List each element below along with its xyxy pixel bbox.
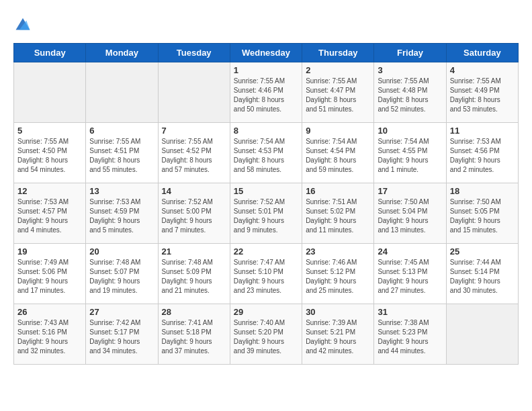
weekday-header-wednesday: Wednesday [230,44,302,62]
weekday-header-saturday: Saturday [446,44,518,62]
calendar-cell: 9Sunrise: 7:54 AM Sunset: 4:54 PM Daylig… [302,123,374,183]
calendar-week-5: 26Sunrise: 7:43 AM Sunset: 5:16 PM Dayli… [14,304,519,365]
day-info: Sunrise: 7:53 AM Sunset: 4:56 PM Dayligh… [450,137,515,175]
day-info: Sunrise: 7:54 AM Sunset: 4:53 PM Dayligh… [234,137,298,175]
calendar-cell: 1Sunrise: 7:55 AM Sunset: 4:46 PM Daylig… [230,62,302,123]
day-number: 28 [162,307,226,317]
day-number: 15 [234,186,298,196]
day-info: Sunrise: 7:55 AM Sunset: 4:48 PM Dayligh… [378,77,442,114]
day-info: Sunrise: 7:44 AM Sunset: 5:14 PM Dayligh… [450,258,515,295]
day-info: Sunrise: 7:51 AM Sunset: 5:02 PM Dayligh… [306,197,370,235]
weekday-header-friday: Friday [374,44,446,62]
calendar-cell: 10Sunrise: 7:54 AM Sunset: 4:55 PM Dayli… [374,123,446,183]
day-number: 23 [306,246,370,257]
day-number: 18 [450,186,515,196]
day-info: Sunrise: 7:55 AM Sunset: 4:47 PM Dayligh… [306,77,370,114]
day-info: Sunrise: 7:53 AM Sunset: 4:59 PM Dayligh… [89,197,154,235]
calendar-cell: 19Sunrise: 7:49 AM Sunset: 5:06 PM Dayli… [14,244,86,304]
day-number: 5 [17,126,82,136]
day-number: 3 [378,65,442,75]
day-info: Sunrise: 7:50 AM Sunset: 5:05 PM Dayligh… [450,197,515,235]
calendar-cell: 14Sunrise: 7:52 AM Sunset: 5:00 PM Dayli… [158,183,230,244]
day-info: Sunrise: 7:52 AM Sunset: 5:01 PM Dayligh… [234,197,298,235]
day-number: 1 [234,65,298,75]
day-number: 13 [89,186,154,196]
calendar-cell: 5Sunrise: 7:55 AM Sunset: 4:50 PM Daylig… [14,123,86,183]
calendar-week-4: 19Sunrise: 7:49 AM Sunset: 5:06 PM Dayli… [14,244,519,304]
day-number: 26 [17,307,82,317]
day-number: 27 [89,307,154,317]
calendar-cell: 31Sunrise: 7:38 AM Sunset: 5:23 PM Dayli… [374,304,446,365]
day-number: 31 [378,307,442,317]
day-info: Sunrise: 7:52 AM Sunset: 5:00 PM Dayligh… [162,197,226,235]
day-info: Sunrise: 7:39 AM Sunset: 5:21 PM Dayligh… [306,318,370,356]
weekday-header-tuesday: Tuesday [158,44,230,62]
calendar-cell: 25Sunrise: 7:44 AM Sunset: 5:14 PM Dayli… [446,244,518,304]
day-info: Sunrise: 7:55 AM Sunset: 4:51 PM Dayligh… [89,137,154,175]
day-info: Sunrise: 7:41 AM Sunset: 5:18 PM Dayligh… [162,318,226,356]
day-info: Sunrise: 7:54 AM Sunset: 4:55 PM Dayligh… [378,137,442,175]
logo-icon [13,13,32,32]
day-number: 6 [89,126,154,136]
day-number: 30 [306,307,370,317]
calendar-cell: 20Sunrise: 7:48 AM Sunset: 5:07 PM Dayli… [86,244,158,304]
calendar-body: 1Sunrise: 7:55 AM Sunset: 4:46 PM Daylig… [14,62,519,365]
calendar-cell: 16Sunrise: 7:51 AM Sunset: 5:02 PM Dayli… [302,183,374,244]
calendar-table: SundayMondayTuesdayWednesdayThursdayFrid… [13,43,519,365]
day-info: Sunrise: 7:48 AM Sunset: 5:09 PM Dayligh… [162,258,226,295]
calendar-cell: 24Sunrise: 7:45 AM Sunset: 5:13 PM Dayli… [374,244,446,304]
day-info: Sunrise: 7:40 AM Sunset: 5:20 PM Dayligh… [234,318,298,356]
calendar-cell: 15Sunrise: 7:52 AM Sunset: 5:01 PM Dayli… [230,183,302,244]
calendar-cell: 17Sunrise: 7:50 AM Sunset: 5:04 PM Dayli… [374,183,446,244]
day-number: 7 [162,126,226,136]
calendar-cell: 28Sunrise: 7:41 AM Sunset: 5:18 PM Dayli… [158,304,230,365]
day-info: Sunrise: 7:54 AM Sunset: 4:54 PM Dayligh… [306,137,370,175]
calendar-week-3: 12Sunrise: 7:53 AM Sunset: 4:57 PM Dayli… [14,183,519,244]
day-info: Sunrise: 7:48 AM Sunset: 5:07 PM Dayligh… [89,258,154,295]
calendar-cell: 6Sunrise: 7:55 AM Sunset: 4:51 PM Daylig… [86,123,158,183]
calendar-week-1: 1Sunrise: 7:55 AM Sunset: 4:46 PM Daylig… [14,62,519,123]
day-info: Sunrise: 7:47 AM Sunset: 5:10 PM Dayligh… [234,258,298,295]
day-info: Sunrise: 7:55 AM Sunset: 4:50 PM Dayligh… [17,137,82,175]
calendar-cell: 8Sunrise: 7:54 AM Sunset: 4:53 PM Daylig… [230,123,302,183]
calendar-cell: 29Sunrise: 7:40 AM Sunset: 5:20 PM Dayli… [230,304,302,365]
calendar-cell: 2Sunrise: 7:55 AM Sunset: 4:47 PM Daylig… [302,62,374,123]
day-info: Sunrise: 7:55 AM Sunset: 4:52 PM Dayligh… [162,137,226,175]
day-number: 29 [234,307,298,317]
day-number: 16 [306,186,370,196]
day-number: 25 [450,246,515,257]
page-header [13,13,519,32]
day-number: 14 [162,186,226,196]
weekday-header-monday: Monday [86,44,158,62]
day-number: 2 [306,65,370,75]
calendar-cell: 27Sunrise: 7:42 AM Sunset: 5:17 PM Dayli… [86,304,158,365]
day-number: 9 [306,126,370,136]
day-info: Sunrise: 7:46 AM Sunset: 5:12 PM Dayligh… [306,258,370,295]
day-number: 24 [378,246,442,257]
day-info: Sunrise: 7:55 AM Sunset: 4:46 PM Dayligh… [234,77,298,114]
day-number: 4 [450,65,515,75]
day-number: 19 [17,246,82,257]
weekday-row: SundayMondayTuesdayWednesdayThursdayFrid… [14,44,519,62]
calendar-cell: 4Sunrise: 7:55 AM Sunset: 4:49 PM Daylig… [446,62,518,123]
calendar-cell: 26Sunrise: 7:43 AM Sunset: 5:16 PM Dayli… [14,304,86,365]
calendar-cell: 3Sunrise: 7:55 AM Sunset: 4:48 PM Daylig… [374,62,446,123]
day-info: Sunrise: 7:49 AM Sunset: 5:06 PM Dayligh… [17,258,82,295]
calendar-header: SundayMondayTuesdayWednesdayThursdayFrid… [14,44,519,62]
day-number: 11 [450,126,515,136]
calendar-cell: 7Sunrise: 7:55 AM Sunset: 4:52 PM Daylig… [158,123,230,183]
calendar-cell [446,304,518,365]
day-number: 12 [17,186,82,196]
calendar-cell: 18Sunrise: 7:50 AM Sunset: 5:05 PM Dayli… [446,183,518,244]
calendar-cell: 23Sunrise: 7:46 AM Sunset: 5:12 PM Dayli… [302,244,374,304]
day-number: 22 [234,246,298,257]
day-info: Sunrise: 7:38 AM Sunset: 5:23 PM Dayligh… [378,318,442,356]
day-info: Sunrise: 7:42 AM Sunset: 5:17 PM Dayligh… [89,318,154,356]
day-number: 10 [378,126,442,136]
day-info: Sunrise: 7:50 AM Sunset: 5:04 PM Dayligh… [378,197,442,235]
day-number: 20 [89,246,154,257]
calendar-cell: 21Sunrise: 7:48 AM Sunset: 5:09 PM Dayli… [158,244,230,304]
logo [13,13,35,32]
day-info: Sunrise: 7:55 AM Sunset: 4:49 PM Dayligh… [450,77,515,114]
day-number: 21 [162,246,226,257]
